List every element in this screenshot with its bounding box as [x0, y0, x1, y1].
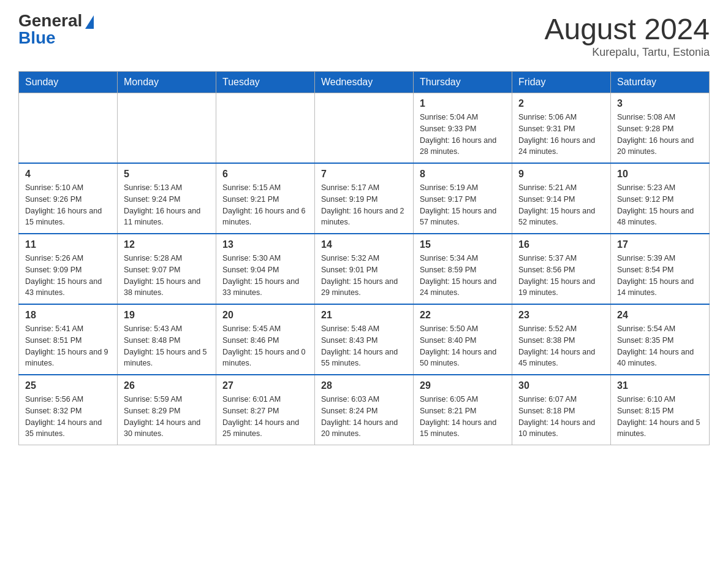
day-number: 20 [222, 310, 308, 321]
day-of-week-header: Tuesday [216, 72, 315, 93]
day-info: Sunrise: 5:39 AMSunset: 8:54 PMDaylight:… [617, 253, 703, 299]
day-info: Sunrise: 5:34 AMSunset: 8:59 PMDaylight:… [420, 253, 506, 299]
day-info: Sunrise: 5:48 AMSunset: 8:43 PMDaylight:… [321, 323, 407, 369]
calendar-cell: 27Sunrise: 6:01 AMSunset: 8:27 PMDayligh… [216, 375, 315, 445]
day-info: Sunrise: 5:15 AMSunset: 9:21 PMDaylight:… [222, 182, 308, 228]
calendar-cell [118, 93, 216, 164]
day-info: Sunrise: 5:50 AMSunset: 8:40 PMDaylight:… [420, 323, 506, 369]
day-number: 13 [222, 239, 308, 250]
calendar-cell [315, 93, 414, 164]
calendar-cell: 13Sunrise: 5:30 AMSunset: 9:04 PMDayligh… [216, 234, 315, 304]
day-number: 7 [321, 169, 407, 180]
day-number: 11 [25, 239, 111, 250]
calendar-cell [216, 93, 315, 164]
day-number: 28 [321, 380, 407, 391]
day-of-week-header: Friday [512, 72, 611, 93]
calendar-week-row: 4Sunrise: 5:10 AMSunset: 9:26 PMDaylight… [19, 163, 710, 234]
logo: General Blue [18, 12, 94, 47]
calendar-week-row: 18Sunrise: 5:41 AMSunset: 8:51 PMDayligh… [19, 304, 710, 375]
day-info: Sunrise: 5:06 AMSunset: 9:31 PMDaylight:… [518, 112, 604, 158]
day-info: Sunrise: 5:37 AMSunset: 8:56 PMDaylight:… [518, 253, 604, 299]
day-number: 1 [420, 98, 506, 109]
day-number: 6 [222, 169, 308, 180]
calendar-cell: 1Sunrise: 5:04 AMSunset: 9:33 PMDaylight… [414, 93, 512, 164]
day-info: Sunrise: 5:43 AMSunset: 8:48 PMDaylight:… [124, 323, 210, 369]
day-number: 16 [518, 239, 604, 250]
month-title: August 2024 [544, 12, 710, 46]
day-number: 29 [420, 380, 506, 391]
calendar-cell: 16Sunrise: 5:37 AMSunset: 8:56 PMDayligh… [512, 234, 611, 304]
day-info: Sunrise: 5:41 AMSunset: 8:51 PMDaylight:… [25, 323, 111, 369]
day-number: 17 [617, 239, 703, 250]
calendar-cell: 17Sunrise: 5:39 AMSunset: 8:54 PMDayligh… [611, 234, 710, 304]
calendar-week-row: 11Sunrise: 5:26 AMSunset: 9:09 PMDayligh… [19, 234, 710, 304]
day-number: 12 [124, 239, 210, 250]
day-info: Sunrise: 5:19 AMSunset: 9:17 PMDaylight:… [420, 182, 506, 228]
day-of-week-header: Wednesday [315, 72, 414, 93]
calendar-header-row: SundayMondayTuesdayWednesdayThursdayFrid… [19, 72, 710, 93]
day-info: Sunrise: 5:32 AMSunset: 9:01 PMDaylight:… [321, 253, 407, 299]
day-info: Sunrise: 6:01 AMSunset: 8:27 PMDaylight:… [222, 394, 308, 440]
day-number: 26 [124, 380, 210, 391]
day-info: Sunrise: 5:10 AMSunset: 9:26 PMDaylight:… [25, 182, 111, 228]
day-number: 21 [321, 310, 407, 321]
title-area: August 2024 Kurepalu, Tartu, Estonia [544, 12, 710, 59]
calendar-week-row: 1Sunrise: 5:04 AMSunset: 9:33 PMDaylight… [19, 93, 710, 164]
day-of-week-header: Monday [118, 72, 216, 93]
calendar-cell: 6Sunrise: 5:15 AMSunset: 9:21 PMDaylight… [216, 163, 315, 234]
day-number: 22 [420, 310, 506, 321]
logo-blue-text: Blue [18, 29, 56, 47]
day-number: 31 [617, 380, 703, 391]
day-info: Sunrise: 5:26 AMSunset: 9:09 PMDaylight:… [25, 253, 111, 299]
day-number: 15 [420, 239, 506, 250]
calendar-cell: 30Sunrise: 6:07 AMSunset: 8:18 PMDayligh… [512, 375, 611, 445]
day-of-week-header: Saturday [611, 72, 710, 93]
day-number: 25 [25, 380, 111, 391]
day-info: Sunrise: 5:17 AMSunset: 9:19 PMDaylight:… [321, 182, 407, 228]
day-number: 2 [518, 98, 604, 109]
day-info: Sunrise: 5:23 AMSunset: 9:12 PMDaylight:… [617, 182, 703, 228]
day-number: 10 [617, 169, 703, 180]
day-number: 14 [321, 239, 407, 250]
day-info: Sunrise: 5:28 AMSunset: 9:07 PMDaylight:… [124, 253, 210, 299]
calendar-cell: 10Sunrise: 5:23 AMSunset: 9:12 PMDayligh… [611, 163, 710, 234]
calendar-cell: 4Sunrise: 5:10 AMSunset: 9:26 PMDaylight… [19, 163, 118, 234]
day-info: Sunrise: 5:21 AMSunset: 9:14 PMDaylight:… [518, 182, 604, 228]
day-info: Sunrise: 5:52 AMSunset: 8:38 PMDaylight:… [518, 323, 604, 369]
logo-general-text: General [18, 12, 94, 29]
calendar-cell: 12Sunrise: 5:28 AMSunset: 9:07 PMDayligh… [118, 234, 216, 304]
day-number: 19 [124, 310, 210, 321]
day-number: 4 [25, 169, 111, 180]
calendar-cell: 15Sunrise: 5:34 AMSunset: 8:59 PMDayligh… [414, 234, 512, 304]
calendar-cell: 20Sunrise: 5:45 AMSunset: 8:46 PMDayligh… [216, 304, 315, 375]
day-number: 9 [518, 169, 604, 180]
day-number: 3 [617, 98, 703, 109]
day-info: Sunrise: 5:30 AMSunset: 9:04 PMDaylight:… [222, 253, 308, 299]
day-number: 8 [420, 169, 506, 180]
calendar-cell: 21Sunrise: 5:48 AMSunset: 8:43 PMDayligh… [315, 304, 414, 375]
day-info: Sunrise: 5:08 AMSunset: 9:28 PMDaylight:… [617, 112, 703, 158]
location-text: Kurepalu, Tartu, Estonia [544, 46, 710, 59]
calendar-cell: 25Sunrise: 5:56 AMSunset: 8:32 PMDayligh… [19, 375, 118, 445]
page-header: General Blue August 2024 Kurepalu, Tartu… [18, 12, 710, 59]
calendar-cell: 2Sunrise: 5:06 AMSunset: 9:31 PMDaylight… [512, 93, 611, 164]
day-number: 24 [617, 310, 703, 321]
day-info: Sunrise: 5:59 AMSunset: 8:29 PMDaylight:… [124, 394, 210, 440]
calendar-week-row: 25Sunrise: 5:56 AMSunset: 8:32 PMDayligh… [19, 375, 710, 445]
day-info: Sunrise: 6:10 AMSunset: 8:15 PMDaylight:… [617, 394, 703, 440]
day-info: Sunrise: 5:45 AMSunset: 8:46 PMDaylight:… [222, 323, 308, 369]
calendar-cell: 23Sunrise: 5:52 AMSunset: 8:38 PMDayligh… [512, 304, 611, 375]
calendar-cell: 28Sunrise: 6:03 AMSunset: 8:24 PMDayligh… [315, 375, 414, 445]
calendar-cell: 5Sunrise: 5:13 AMSunset: 9:24 PMDaylight… [118, 163, 216, 234]
calendar-table: SundayMondayTuesdayWednesdayThursdayFrid… [18, 71, 710, 445]
day-info: Sunrise: 6:07 AMSunset: 8:18 PMDaylight:… [518, 394, 604, 440]
calendar-cell: 22Sunrise: 5:50 AMSunset: 8:40 PMDayligh… [414, 304, 512, 375]
day-of-week-header: Sunday [19, 72, 118, 93]
calendar-cell: 29Sunrise: 6:05 AMSunset: 8:21 PMDayligh… [414, 375, 512, 445]
day-info: Sunrise: 5:54 AMSunset: 8:35 PMDaylight:… [617, 323, 703, 369]
day-number: 23 [518, 310, 604, 321]
calendar-cell [19, 93, 118, 164]
day-number: 18 [25, 310, 111, 321]
day-info: Sunrise: 6:05 AMSunset: 8:21 PMDaylight:… [420, 394, 506, 440]
day-number: 27 [222, 380, 308, 391]
